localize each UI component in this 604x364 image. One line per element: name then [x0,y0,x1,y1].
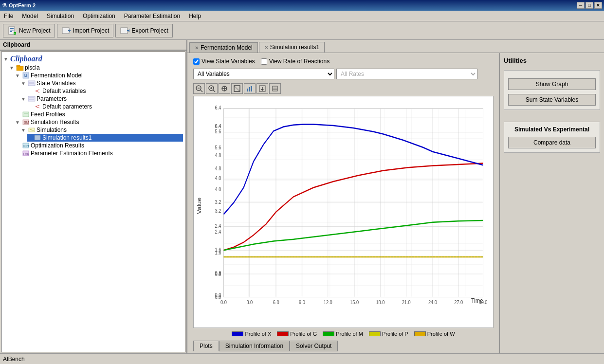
expand-icon [27,135,33,141]
maximize-button[interactable]: □ [586,2,593,9]
default-params-icon [34,103,41,110]
legend-color-p [369,331,381,336]
tree-state-variables[interactable]: ▼ State Variables [21,79,183,87]
tab-plots[interactable]: Plots [193,341,219,351]
all-variables-dropdown[interactable]: All Variables [193,69,334,79]
model-icon: M [22,72,30,79]
view-state-variables-control[interactable]: View State Variables [193,58,255,65]
expand-icon: ▼ [15,73,21,78]
chart-svg: Value 0.0 0.8 1.6 2.4 3.2 4.0 4.8 5.6 6.… [194,96,493,328]
sum-state-variables-button[interactable]: Sum State Variables [508,94,596,106]
app-icon: ⚗ [2,2,7,9]
main-content: Clipboard ▼ Clipboard ▼ piscia ▼ M Ferme… [0,40,604,353]
svg-text:6.4: 6.4 [215,123,221,129]
new-project-button[interactable]: + New Project [3,24,55,37]
tree-default-parameters[interactable]: Default parameters [27,103,183,110]
menu-parameter-estimation[interactable]: Parameter Estimation [122,12,182,20]
svg-rect-12 [17,66,23,71]
simulations-label: Simulations [37,127,67,133]
simulations-icon [28,127,36,133]
piscia-label: piscia [25,64,40,71]
status-text: AlBench [3,356,25,363]
simulation-results-label: Simulation Results [31,119,79,126]
export-button[interactable] [256,83,268,94]
tree-default-variables[interactable]: Default variables [27,87,183,95]
minimize-button[interactable]: ─ [577,2,585,9]
zoom-out-button[interactable] [193,83,205,94]
view-rate-of-reactions-checkbox[interactable] [261,58,267,65]
view-state-variables-label: View State Variables [201,58,255,65]
view-rate-of-reactions-label: View Rate of Reactions [269,58,330,65]
expand-icon: ▼ [3,56,9,62]
fermentation-model-label: Fermentation Model [31,72,83,79]
tree-simulation-results[interactable]: ▼ SM Simulation Results [15,118,183,126]
show-graph-button[interactable]: Show Graph [508,78,596,90]
export-project-icon [120,26,129,36]
tree-clipboard-root[interactable]: ▼ Clipboard [3,54,183,64]
parameters-label: Parameters [37,95,67,102]
legend-color-x [232,331,243,336]
svg-line-20 [36,91,39,92]
tab-solver-output[interactable]: Solver Output [290,341,338,351]
tree-parameters[interactable]: ▼ Parameters [21,95,183,103]
all-rates-dropdown[interactable]: All Rates [336,69,477,79]
legend-profile-g: Profile of G [277,331,317,337]
tree-optimization-results[interactable]: OPT Optimization Results [15,142,183,149]
svg-text:2.4: 2.4 [215,223,221,229]
expand-icon: ▼ [15,120,21,125]
feed-profiles-label: Feed Profiles [31,111,65,118]
close-button[interactable]: ✕ [594,2,602,9]
svg-line-19 [36,90,39,91]
svg-marker-54 [261,89,264,91]
tab-simulation-info[interactable]: Simulation Information [219,341,290,351]
clipboard-header-label: Clipboard [3,41,30,48]
import-project-button[interactable]: Import Project [57,24,114,37]
reset-button[interactable] [231,83,243,94]
new-project-icon: + [7,26,17,36]
tree-simulations[interactable]: ▼ Simulations [21,126,183,134]
tab-close-icon-2[interactable]: ✕ [264,45,268,50]
tree-parameter-estimation[interactable]: PAR Parameter Estimation Elements [15,149,183,157]
settings-button[interactable] [269,83,281,94]
pan-button[interactable] [219,83,230,94]
import-project-label: Import Project [73,27,110,34]
svg-rect-3 [10,31,12,32]
tab-close-icon[interactable]: ✕ [195,45,199,51]
menu-simulation[interactable]: Simulation [45,12,76,20]
tree-fermentation-model[interactable]: ▼ M Fermentation Model [15,72,183,79]
expand-icon: ▼ [9,65,15,71]
svg-rect-2 [10,30,14,31]
title-bar: ⚗ OptFerm 2 ─ □ ✕ [0,0,604,11]
compare-data-button[interactable]: Compare data [508,137,596,148]
menu-help[interactable]: Help [187,12,203,20]
legend-profile-p: Profile of P [369,331,408,337]
view-state-variables-checkbox[interactable] [193,58,200,65]
view-rate-of-reactions-control[interactable]: View Rate of Reactions [261,58,330,65]
svg-text:M: M [24,73,27,78]
tree-piscia[interactable]: ▼ piscia [9,64,183,72]
simulated-vs-experimental-title: Simulated Vs Experimental [508,126,596,133]
default-variables-label: Default variables [42,88,86,94]
show-graph-section: Show Graph Sum State Variables [504,70,600,110]
chart-legend: Profile of X Profile of G Profile of M P… [189,329,497,339]
tab-simulation-results[interactable]: ✕ Simulation results1 [259,42,325,53]
svg-text:0.0: 0.0 [215,294,221,300]
svg-text:6.0: 6.0 [273,300,279,306]
svg-rect-16 [28,81,35,86]
chart-type-button[interactable] [244,83,256,94]
menu-file[interactable]: File [2,12,15,20]
tree-feed-profiles[interactable]: Feed Profiles [15,110,183,118]
legend-label-g: Profile of G [290,331,317,337]
tab-fermentation-model[interactable]: ✕ Fermentation Model [189,42,258,53]
svg-rect-26 [23,112,29,117]
expand-icon: ▼ [21,127,27,133]
export-project-button[interactable]: Export Project [115,24,172,37]
svg-rect-8 [68,30,71,31]
zoom-in-button[interactable] [206,83,218,94]
tree-simulation-results1[interactable]: Simulation results1 [27,134,183,142]
y-axis-label: Value [197,198,203,214]
svg-text:3.0: 3.0 [246,300,253,306]
menu-optimization[interactable]: Optimization [81,12,117,20]
menu-model[interactable]: Model [20,12,40,20]
svg-text:4.0: 4.0 [215,186,221,192]
